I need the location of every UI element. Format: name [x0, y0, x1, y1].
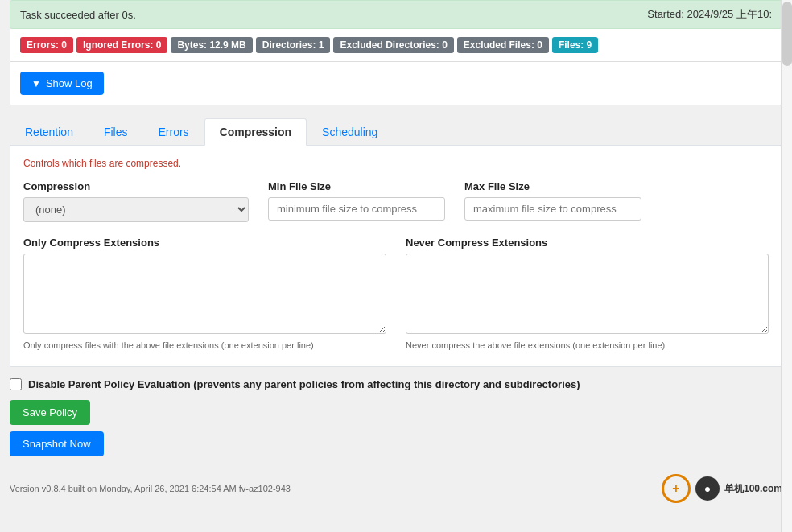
compression-label: Compression — [23, 180, 249, 192]
show-log-button[interactable]: ▼ Show Log — [20, 72, 104, 95]
tab-scheduling[interactable]: Scheduling — [307, 118, 393, 146]
tabs-nav: Retention Files Errors Compression Sched… — [10, 118, 782, 146]
action-buttons: Save Policy Snapshot Now — [10, 400, 782, 456]
tab-files[interactable]: Files — [89, 118, 143, 146]
disable-policy-row: Disable Parent Policy Evaluation (preven… — [10, 378, 782, 390]
tabs-section: Retention Files Errors Compression Sched… — [10, 118, 782, 367]
stats-row: Errors: 0Ignored Errors: 0Bytes: 12.9 MB… — [10, 29, 782, 62]
tab-compression[interactable]: Compression — [204, 118, 307, 146]
footer-logo: + ● 单机100.com — [662, 474, 782, 503]
only-compress-hint: Only compress files with the above file … — [23, 340, 386, 350]
only-compress-textarea[interactable] — [23, 254, 386, 334]
scrollbar-track[interactable] — [781, 0, 792, 532]
stat-badge: Directories: 1 — [256, 37, 331, 53]
chevron-down-icon: ▼ — [31, 78, 41, 89]
logo-site-name: 单机100.com — [724, 482, 782, 496]
extensions-row: Only Compress Extensions Only compress f… — [23, 237, 769, 350]
save-policy-button[interactable]: Save Policy — [10, 400, 90, 425]
show-log-label: Show Log — [46, 77, 93, 89]
scrollbar-thumb[interactable] — [782, 2, 792, 66]
only-compress-group: Only Compress Extensions Only compress f… — [23, 237, 386, 350]
disable-policy-checkbox[interactable] — [10, 378, 22, 390]
max-file-size-group: Max File Size — [464, 180, 641, 221]
version-text: Version v0.8.4 built on Monday, April 26… — [10, 484, 291, 493]
snapshot-now-button[interactable]: Snapshot Now — [10, 431, 104, 456]
max-file-size-input[interactable] — [464, 197, 641, 221]
stat-badge: Excluded Directories: 0 — [333, 37, 453, 53]
min-file-size-input[interactable] — [268, 197, 445, 221]
logo-plus-icon: + — [672, 481, 679, 496]
stat-badge: Errors: 0 — [20, 37, 73, 53]
logo-outer-circle: + — [662, 474, 691, 503]
task-bar: Task succeeded after 0s. Started: 2024/9… — [10, 0, 782, 29]
compression-description: Controls which files are compressed. — [23, 158, 769, 169]
stat-badge: Ignored Errors: 0 — [76, 37, 167, 53]
logo-inner-circle: ● — [695, 476, 720, 501]
never-compress-hint: Never compress the above file extensions… — [406, 340, 769, 350]
disable-policy-label: Disable Parent Policy Evaluation (preven… — [28, 378, 580, 390]
tab-errors[interactable]: Errors — [143, 118, 204, 146]
never-compress-group: Never Compress Extensions Never compress… — [406, 237, 769, 350]
compression-form-row: Compression (none) gzip lz4 zstd Min Fil… — [23, 180, 769, 222]
stat-badge: Bytes: 12.9 MB — [171, 37, 252, 53]
never-compress-textarea[interactable] — [406, 254, 769, 334]
task-message: Task succeeded after 0s. — [20, 9, 136, 21]
max-file-size-label: Max File Size — [464, 180, 641, 192]
min-file-size-group: Min File Size — [268, 180, 445, 221]
compression-tab-content: Controls which files are compressed. Com… — [10, 146, 782, 367]
compression-group: Compression (none) gzip lz4 zstd — [23, 180, 249, 222]
min-file-size-label: Min File Size — [268, 180, 445, 192]
tab-retention[interactable]: Retention — [10, 118, 89, 146]
never-compress-label: Never Compress Extensions — [406, 237, 769, 249]
footer: Version v0.8.4 built on Monday, April 26… — [0, 466, 792, 511]
compression-select[interactable]: (none) gzip lz4 zstd — [23, 197, 249, 222]
log-section: ▼ Show Log — [10, 62, 782, 105]
only-compress-label: Only Compress Extensions — [23, 237, 386, 249]
task-started: Started: 2024/9/25 上午10: — [647, 7, 772, 22]
logo-dot-icon: ● — [704, 482, 711, 495]
stat-badge: Excluded Files: 0 — [457, 37, 549, 53]
stat-badge: Files: 9 — [552, 37, 598, 53]
